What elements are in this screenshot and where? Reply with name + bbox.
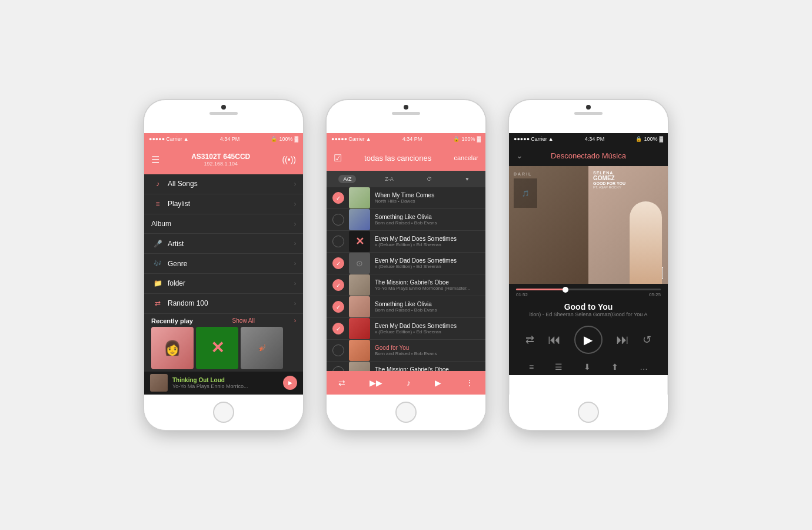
home-button-3[interactable] [578, 402, 599, 423]
song-check-8[interactable] [332, 344, 344, 356]
rewind-button[interactable]: ⏮ [548, 332, 561, 347]
chevron-down-icon[interactable]: ⌄ [516, 151, 523, 160]
speaker-3 [574, 112, 603, 115]
time-label-1: 4:34 PM [220, 136, 240, 142]
battery-2: 100% [461, 136, 475, 142]
left-text: DARIL 🎵 [514, 172, 537, 208]
p2-bottom-bar: ⇄ ▶▶ ♪ ▶ ⋮ [327, 371, 485, 395]
device-name: AS3102T 645CCD [191, 153, 250, 161]
lyrics-icon[interactable]: ☰ [555, 362, 563, 372]
cancel-button[interactable]: cancelar [454, 154, 478, 161]
queue-icon[interactable]: ▶▶ [370, 378, 382, 387]
random-icon: ⇄ [151, 299, 164, 307]
filter-heart[interactable]: ♥ [461, 175, 473, 183]
song-art-5 [349, 274, 370, 296]
song-meta-7: x (Deluxe Edition) • Ed Sheeran [375, 329, 480, 334]
play-button-small[interactable]: ▶ [283, 376, 297, 390]
play-pause-button[interactable]: ▶ [574, 326, 603, 354]
thumb-1[interactable]: 👩 [151, 327, 194, 369]
song-check-1[interactable] [332, 192, 344, 204]
more-options-icon[interactable]: … [640, 362, 648, 372]
show-all-button[interactable]: Show All [232, 317, 255, 324]
artist-label: Artist [168, 240, 294, 248]
progress-bar[interactable] [516, 289, 661, 290]
song-check-4[interactable] [332, 257, 344, 269]
song-info-7: Even My Dad Does Sometimes x (Deluxe Edi… [375, 323, 480, 334]
song-art-4: ⊙ [349, 253, 370, 274]
select-all-checkbox[interactable]: ☑ [334, 153, 342, 164]
phone-1: ●●●●● Carrier ▲ 4:34 PM 🔒 100% ▓ ☰ AS310… [144, 100, 303, 430]
status-bar-1: ●●●●● Carrier ▲ 4:34 PM 🔒 100% ▓ [144, 133, 303, 145]
device-info: AS3102T 645CCD 192.168.1.104 [191, 153, 250, 167]
menu-item-all-songs[interactable]: ♪ All Songs › [144, 174, 303, 194]
song-check-3[interactable] [332, 236, 344, 247]
menu-item-playlist[interactable]: ≡ Playlist › [144, 194, 303, 214]
song-item-2[interactable]: Something Like Olivia Born and Raised • … [327, 209, 485, 231]
home-button-2[interactable] [395, 402, 417, 423]
more-icon[interactable]: ⋮ [465, 378, 474, 387]
progress-times: 01:52 05:25 [516, 292, 661, 297]
song-item-7[interactable]: Even My Dad Does Sometimes x (Deluxe Edi… [327, 318, 485, 340]
now-thumb [150, 374, 168, 392]
wifi-2: ▲ [366, 136, 371, 142]
song-meta-4: x (Deluxe Edition) • Ed Sheeran [375, 264, 480, 269]
song-info-2: Something Like Olivia Born and Raised • … [375, 214, 480, 226]
song-info-8: Good for You Born and Raised • Bob Evans [375, 344, 480, 356]
song-check-2[interactable] [332, 214, 344, 226]
song-check-7[interactable] [332, 323, 344, 334]
wifi-cast-icon[interactable]: ((•)) [282, 155, 296, 164]
song-title-2: Something Like Olivia [375, 214, 480, 220]
camera-lens [221, 105, 226, 110]
filter-az[interactable]: A/Z [338, 175, 356, 183]
home-button-1[interactable] [213, 402, 234, 423]
now-info: Thinking Out Loud Yo-Yo Ma Plays Ennio M… [172, 377, 278, 389]
menu-item-artist[interactable]: 🎤 Artist › [144, 234, 303, 254]
menu-item-random[interactable]: ⇄ Random 100 › [144, 294, 303, 314]
menu-item-album[interactable]: Album › [144, 214, 303, 234]
download-icon[interactable]: ⬇ [584, 362, 591, 372]
artist-figure [630, 201, 662, 284]
song-meta-3: x (Deluxe Edition) • Ed Sheeran [375, 242, 480, 247]
song-item-6[interactable]: Something Like Olivia Born and Raised • … [327, 296, 485, 318]
thumb-3[interactable]: 🎻 [241, 327, 283, 369]
phone-1-bottom [144, 395, 303, 430]
song-item-1[interactable]: When My Time Comes North Hills • Dawes [327, 187, 485, 209]
song-title-7: Even My Dad Does Sometimes [375, 323, 480, 329]
share-icon[interactable]: ⬆ [611, 362, 618, 372]
song-title-3: Even My Dad Does Sometimes [375, 236, 480, 242]
add-queue-icon[interactable]: ♪ [407, 378, 411, 387]
menu-item-folder[interactable]: 📁 folder › [144, 274, 303, 294]
feat-label: FT. A$AP ROCKY [593, 186, 625, 189]
phone-3-screen: ●●●●● Carrier ▲ 4:34 PM 🔒 100% ▓ ⌄ Desco… [509, 133, 668, 395]
song-item-8[interactable]: Good for You Born and Raised • Bob Evans [327, 340, 485, 362]
queue-list-icon[interactable]: ≡ [529, 362, 534, 372]
song-item-5[interactable]: The Mission: Gabriel's Oboe Yo-Yo Ma Pla… [327, 274, 485, 296]
camera-lens-3 [586, 105, 591, 110]
repeat-button[interactable]: ↺ [643, 333, 651, 346]
thumb-2[interactable]: ✕ [196, 327, 238, 369]
song-item-3[interactable]: ✕ Even My Dad Does Sometimes x (Deluxe E… [327, 231, 485, 253]
song-check-9[interactable] [332, 366, 344, 371]
play-icon[interactable]: ▶ [435, 378, 441, 387]
shuffle-button[interactable]: ⇄ [525, 333, 534, 346]
song-item-4[interactable]: ⊙ Even My Dad Does Sometimes x (Deluxe E… [327, 253, 485, 274]
menu-item-genre[interactable]: 🎶 Genre › [144, 254, 303, 274]
song-item-9[interactable]: The Mission: Gabriel's Oboe x (Deluxe Ed… [327, 362, 485, 371]
progress-area: 01:52 05:25 [509, 284, 668, 300]
battery-icon-1: ▓ [294, 136, 298, 142]
phone-2: ●●●●● Carrier ▲ 4:34 PM 🔒 100% ▓ ☑ todas… [327, 100, 485, 430]
playlist-icon: ≡ [151, 200, 164, 208]
filter-bar: A/Z Z-A ⏱ ♥ [327, 171, 485, 187]
status-left-3: ●●●●● Carrier ▲ [514, 136, 554, 142]
p2-title: todas las canciones [347, 154, 449, 163]
song-check-5[interactable] [332, 279, 344, 291]
wifi-3: ▲ [548, 136, 554, 142]
menu-icon[interactable]: ☰ [151, 154, 159, 165]
song-check-6[interactable] [332, 301, 344, 313]
edit-playlist-icon[interactable]: ⇄ [338, 378, 345, 387]
forward-button[interactable]: ⏭ [616, 332, 629, 347]
arrow-icon-2: › [294, 201, 296, 207]
filter-time[interactable]: ⏱ [422, 175, 437, 183]
gfy-label: GOOD FOR YOU [593, 181, 625, 186]
filter-za[interactable]: Z-A [380, 175, 398, 183]
